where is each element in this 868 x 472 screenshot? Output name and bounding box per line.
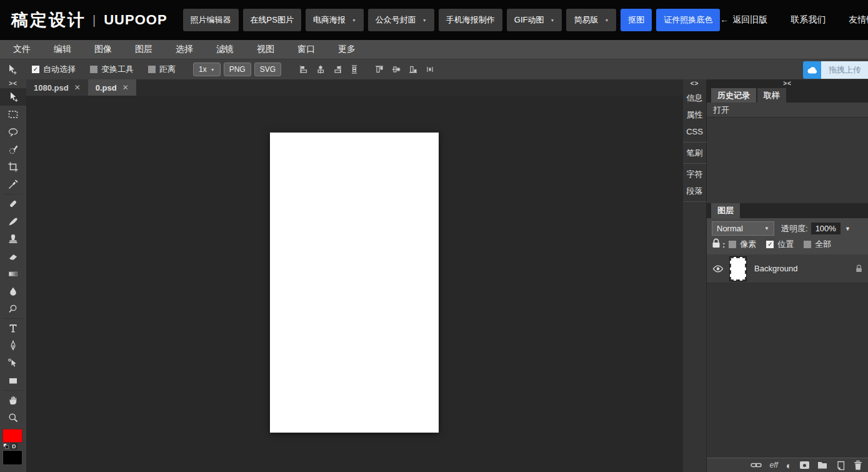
tool-eraser[interactable] (0, 248, 26, 265)
link-contact-us[interactable]: 联系我们 (791, 14, 826, 26)
delete-layer-trash-icon[interactable] (854, 460, 862, 470)
tool-dodge[interactable] (0, 300, 26, 318)
tool-clone-stamp[interactable] (0, 230, 26, 248)
document-tab-0psd[interactable]: 0.psd ✕ (88, 79, 136, 96)
tool-eyedropper[interactable] (0, 176, 26, 193)
panel-tab-info[interactable]: 信息 (683, 89, 707, 106)
history-entry-open[interactable]: 打开 (707, 103, 868, 118)
link-back-old-version[interactable]: ←返回旧版 (720, 14, 767, 26)
layer-mask-icon[interactable] (800, 461, 809, 469)
lock-pixels-checkbox[interactable]: 像素 (729, 239, 756, 250)
nav-mobile-poster[interactable]: 手机海报制作 (439, 9, 502, 31)
tool-options-bar: ✓ 自动选择 变换工具 距离 1x ▼ PNG SVG (0, 59, 868, 79)
nav-wechat-cover[interactable]: 公众号封面 ▼ (368, 9, 434, 31)
palette-collapse-icon[interactable]: >< (9, 79, 17, 88)
canvas-document[interactable] (270, 133, 439, 433)
tool-pen[interactable] (0, 337, 26, 354)
adjustment-layer-icon[interactable]: ◐ (786, 461, 792, 470)
menu-file[interactable]: 文件 (7, 44, 36, 55)
distribute-horizontal-icon[interactable] (425, 64, 435, 74)
menu-edit[interactable]: 编辑 (48, 44, 77, 55)
menu-view[interactable]: 视图 (251, 44, 280, 55)
nav-cutout-button[interactable]: 抠图 (621, 9, 652, 31)
nav-id-photo-button[interactable]: 证件照换底色 (656, 9, 720, 31)
lock-position-checkbox[interactable]: ✓ 位置 (766, 239, 794, 250)
tool-brush[interactable] (0, 213, 26, 230)
menu-window[interactable]: 窗口 (292, 44, 321, 55)
layer-thumbnail[interactable] (730, 257, 746, 281)
tool-zoom[interactable] (0, 409, 26, 426)
opacity-dropdown-icon[interactable]: ▼ (845, 226, 851, 232)
panel-tab-brush[interactable]: 笔刷 (683, 144, 707, 161)
foreground-color-swatch[interactable] (2, 429, 22, 443)
default-colors-shortcut[interactable]: D (11, 443, 17, 449)
tool-shape[interactable] (0, 372, 26, 389)
menu-image[interactable]: 图像 (89, 44, 117, 55)
nav-simple-version[interactable]: 简易版 ▼ (566, 9, 616, 31)
chevron-down-icon: ▼ (352, 18, 356, 23)
tool-hand[interactable] (0, 391, 26, 409)
menu-more[interactable]: 更多 (332, 44, 361, 55)
export-svg-button[interactable]: SVG (254, 63, 281, 76)
tool-blur[interactable] (0, 283, 26, 300)
default-colors-icon[interactable] (3, 443, 9, 449)
nav-photo-editor[interactable]: 照片编辑器 (183, 9, 239, 31)
tool-crop[interactable] (0, 158, 26, 176)
background-color-swatch[interactable] (2, 450, 22, 465)
tool-path-select[interactable] (0, 354, 26, 372)
menu-select[interactable]: 选择 (170, 44, 199, 55)
tool-type[interactable] (0, 319, 26, 337)
align-middle-icon[interactable] (391, 64, 401, 74)
new-layer-icon[interactable] (836, 460, 846, 470)
align-right-icon[interactable] (332, 64, 342, 74)
nav-gif[interactable]: GIF动图 ▼ (507, 9, 562, 31)
drag-upload-button[interactable]: 拖拽上传 (803, 61, 868, 79)
tool-gradient[interactable] (0, 265, 26, 283)
tab-close-icon[interactable]: ✕ (122, 83, 129, 92)
tool-quick-select[interactable] (0, 141, 26, 158)
blend-mode-select[interactable]: Normal ▼ (712, 221, 774, 236)
new-group-folder-icon[interactable] (817, 461, 827, 469)
distance-checkbox[interactable]: 距离 (148, 64, 176, 75)
align-top-icon[interactable] (374, 64, 384, 74)
menu-bar: 文件 编辑 图像 图层 选择 滤镜 视图 窗口 更多 (0, 40, 868, 59)
tab-close-icon[interactable]: ✕ (74, 83, 81, 92)
nav-ecommerce-poster[interactable]: 电商海报 ▼ (306, 9, 364, 31)
panel-tab-css[interactable]: CSS (683, 123, 707, 140)
align-bottom-icon[interactable] (408, 64, 418, 74)
align-left-icon[interactable] (299, 64, 309, 74)
link-layers-icon[interactable] (751, 461, 762, 469)
document-tab-1080psd[interactable]: 1080.psd ✕ (26, 79, 88, 96)
export-png-button[interactable]: PNG (224, 63, 251, 76)
tab-history[interactable]: 历史记录 (711, 88, 756, 103)
strip-collapse-icon[interactable]: <> (691, 79, 699, 88)
tool-move[interactable] (0, 88, 26, 106)
visibility-eye-icon[interactable] (712, 263, 724, 274)
opacity-value[interactable]: 100% (811, 223, 841, 234)
tool-marquee[interactable] (0, 106, 26, 123)
brand-logo[interactable]: 稿定设计 | UUPOOP (11, 9, 167, 31)
tab-sampling[interactable]: 取样 (757, 88, 786, 103)
panel-collapse-bar: >< (707, 79, 868, 88)
tab-layers[interactable]: 图层 (711, 203, 740, 218)
panel-collapse-icon[interactable]: >< (783, 79, 792, 88)
tool-lasso[interactable] (0, 123, 26, 141)
auto-select-checkbox[interactable]: ✓ 自动选择 (32, 64, 76, 75)
transform-tool-checkbox[interactable]: 变换工具 (90, 64, 134, 75)
align-center-horizontal-icon[interactable] (316, 64, 326, 74)
link-friend-links[interactable]: 友情链接 (849, 14, 868, 26)
nav-online-ps[interactable]: 在线PS图片 (243, 9, 301, 31)
panel-tab-properties[interactable]: 属性 (683, 106, 707, 123)
panel-tab-character[interactable]: 字符 (683, 166, 707, 183)
lock-all-checkbox[interactable]: 全部 (804, 239, 831, 250)
menu-layer[interactable]: 图层 (129, 44, 158, 55)
zoom-level-dropdown[interactable]: 1x ▼ (193, 63, 221, 76)
menu-filter[interactable]: 滤镜 (211, 44, 239, 55)
layer-row-background[interactable]: Background (707, 254, 868, 283)
eyedropper-icon (7, 179, 19, 190)
panel-tab-paragraph[interactable]: 段落 (683, 183, 707, 199)
layer-effects-button[interactable]: eff (770, 461, 778, 469)
opacity-label: 透明度: (781, 223, 808, 234)
distribute-vertical-icon[interactable] (349, 64, 359, 74)
tool-heal[interactable] (0, 195, 26, 213)
